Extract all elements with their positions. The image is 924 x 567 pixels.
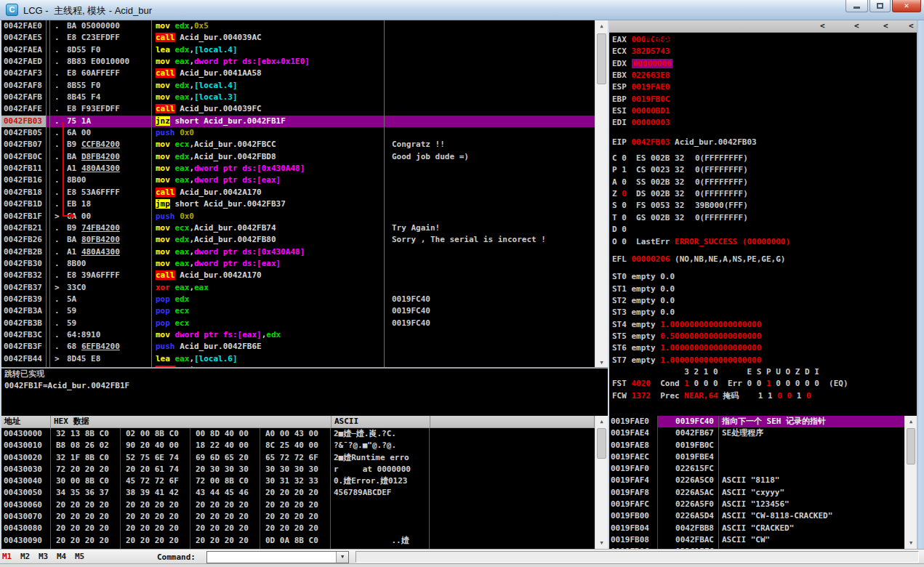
scrollbar-thumb[interactable]: [597, 33, 606, 84]
register-line[interactable]: ESP 0019FAE0: [609, 81, 917, 93]
register-line[interactable]: P 1 CS 0023 32位 0(FFFFFFFF): [609, 164, 917, 176]
stack-row[interactable]: 0019FAF80226A5ACASCII "cxyyy": [609, 487, 904, 499]
disasm-row[interactable]: 0042FB39.5Apop edx0019FC40: [1, 294, 595, 305]
register-line[interactable]: ST1 empty 0.0: [609, 284, 917, 295]
pane-nav-left-icon[interactable]: <: [909, 20, 914, 32]
register-line[interactable]: EIP 0042FB03 Acid_bur.0042FB03: [609, 137, 917, 148]
stack-row[interactable]: 0019FAFC0226A5F0ASCII "123456": [609, 499, 904, 510]
register-line[interactable]: EBX 022663E8: [609, 70, 917, 81]
disasm-row[interactable]: 0042FB3C.64:8910mov dword ptr fs:[eax],e…: [1, 329, 595, 341]
disasm-row[interactable]: 0042FB03.75 1Ajnz short Acid_bur.0042FB1…: [1, 116, 595, 127]
maximize-button[interactable]: [869, 0, 891, 12]
disasm-row[interactable]: 0042FAED.8B83 E0010000mov eax,dword ptr …: [1, 56, 595, 68]
register-line[interactable]: D 0: [609, 224, 917, 236]
hex-dump-pane[interactable]: 地址 HEX 数据 ASCII 0043000032 13 8B C002 00…: [1, 416, 595, 549]
disasm-row[interactable]: 0042FB3A.59pop ecx0019FC40: [1, 305, 595, 317]
dump-row[interactable]: 0043004030 00 8B C045 72 72 6F72 00 8B C…: [1, 475, 595, 487]
scroll-up-icon[interactable]: ▲: [595, 416, 608, 427]
tab-m5[interactable]: M5: [75, 552, 92, 561]
tab-m2[interactable]: M2: [20, 552, 38, 561]
register-line[interactable]: O 0 LastErr ERROR_SUCCESS (00000000): [609, 236, 917, 248]
chevron-down-icon[interactable]: ▼: [336, 552, 348, 563]
tab-m1[interactable]: M1: [2, 552, 20, 561]
disasm-row[interactable]: 0042FAF3.E8 60AFFEFFcall Acid_bur.0041AA…: [1, 68, 595, 79]
dump-row[interactable]: 0043002032 1F 8B C052 75 6E 7469 6D 65 2…: [1, 452, 595, 464]
register-line[interactable]: T 0 GS 002B 32位 0(FFFFFFFF): [609, 212, 917, 224]
register-line[interactable]: EDI 00000003: [609, 117, 917, 129]
stack-row[interactable]: 0019FB080042FBACASCII "CW": [609, 534, 904, 546]
scroll-down-icon[interactable]: ▼: [905, 537, 917, 549]
tab-m4[interactable]: M4: [57, 552, 74, 561]
pane-nav-left-icon[interactable]: <: [820, 20, 825, 32]
stack-row[interactable]: 0019FAEC0019FBE4: [609, 451, 904, 463]
register-line[interactable]: EFL 00000206 (NO,NB,NE,A,NS,PE,GE,G): [609, 254, 917, 265]
pane-nav-left-icon[interactable]: <: [883, 20, 888, 32]
stack-pane[interactable]: 0019FAE00019FC40指向下一个 SEH 记录的指针0019FAE40…: [609, 416, 904, 549]
register-line[interactable]: FST 4020 Cond 1 0 0 0 Err 0 0 1 0 0 0 0 …: [609, 378, 917, 390]
dump-row[interactable]: 0043008020 20 20 2020 20 20 2020 20 20 2…: [1, 523, 595, 534]
register-line[interactable]: ST0 empty 0.0: [609, 271, 917, 283]
disasm-row[interactable]: 0042FAF8.8B55 F0mov edx,[local.4]: [1, 80, 595, 92]
close-button[interactable]: ✕: [892, 0, 921, 12]
stack-row[interactable]: 0019FAE00019FC40指向下一个 SEH 记录的指针: [609, 416, 904, 427]
register-line[interactable]: ST4 empty 1.0000000000000000000: [609, 319, 917, 331]
title-bar[interactable]: C LCG - 主线程, 模块 - Acid_bur ✕: [0, 0, 924, 20]
disasm-row[interactable]: 0042FB21.B9 74FB4200mov ecx,Acid_bur.004…: [1, 222, 595, 234]
command-input[interactable]: [208, 552, 336, 562]
scroll-up-icon[interactable]: ▲: [595, 20, 608, 32]
disasm-row[interactable]: 0042FB16.8B00mov eax,dword ptr ds:[eax]: [1, 174, 595, 186]
register-line[interactable]: FCW 1372 Prec NEAR,64 掩码 1 1 0 0 1 0: [609, 390, 917, 402]
disasm-row[interactable]: 0042FAE0.BA 05000000mov edx,0x5: [1, 20, 595, 32]
disasm-row[interactable]: 0042FAE5.E8 C23EFDFFcall Acid_bur.004039…: [1, 32, 595, 44]
disasm-row[interactable]: 0042FB18.E8 53A6FFFFcall Acid_bur.0042A1…: [1, 187, 595, 198]
disasm-row[interactable]: 0042FB2B.A1 480A4300mov eax,dword ptr ds…: [1, 246, 595, 258]
register-line[interactable]: Z 0 DS 002B 32位 0(FFFFFFFF): [609, 188, 917, 200]
disasm-row[interactable]: 0042FB07.B9 CCFB4200mov ecx,Acid_bur.004…: [1, 139, 595, 150]
register-line[interactable]: S 0 FS 0053 32位 39B000(FFF): [609, 200, 917, 212]
stack-row[interactable]: 0019FAF0022615FC: [609, 463, 904, 475]
pane-nav-left-icon[interactable]: <: [854, 20, 859, 32]
dump-row[interactable]: 0043009020 20 20 2020 20 20 2020 20 20 2…: [1, 535, 595, 547]
disasm-row[interactable]: 0042FB11.A1 480A4300mov eax,dword ptr ds…: [1, 163, 595, 174]
disasm-row[interactable]: 0042FB44>8D45 E8lea eax,[local.6]: [1, 353, 595, 365]
register-line[interactable]: ECX 382D5743: [609, 46, 917, 57]
disasm-row[interactable]: 0042FAFE.E8 F93EFDFFcall Acid_bur.004039…: [1, 103, 595, 115]
dump-scrollbar[interactable]: ▲ ▼: [595, 416, 608, 549]
dump-row[interactable]: 0043003072 20 20 2020 20 61 7420 30 30 3…: [1, 464, 595, 475]
stack-row[interactable]: 0019FB040042FBB8ASCII "CRACKED": [609, 523, 904, 534]
disasm-row[interactable]: 0042FAFB.8B45 F4mov eax,[local.3]: [1, 92, 595, 103]
disasm-row[interactable]: 0042FB26.BA 80FB4200mov edx,Acid_bur.004…: [1, 234, 595, 246]
dump-row[interactable]: 0043007020 20 20 2020 20 20 2020 20 20 2…: [1, 511, 595, 523]
scrollbar-thumb[interactable]: [597, 428, 606, 459]
stack-scrollbar[interactable]: ▲ ▼: [904, 416, 917, 549]
register-line[interactable]: C 0 ES 002B 32位 0(FFFFFFFF): [609, 153, 917, 164]
disasm-row[interactable]: 0042FB30.8B00mov eax,dword ptr ds:[eax]: [1, 258, 595, 270]
disasm-row[interactable]: 0042FAEA.8D55 F0lea edx,[local.4]: [1, 44, 595, 56]
register-line[interactable]: ST7 empty 1.0000000000000000000: [609, 355, 917, 366]
disasm-row[interactable]: 0042FB3F.68 6EFB4200push Acid_bur.0042FB…: [1, 341, 595, 353]
register-line[interactable]: EDX 00000006: [609, 58, 917, 70]
register-line[interactable]: ST3 empty 0.0: [609, 307, 917, 318]
dump-row[interactable]: 0043005034 35 36 3738 39 41 4243 44 45 4…: [1, 487, 595, 499]
disassembly-pane[interactable]: 0042FAE0.BA 05000000mov edx,0x50042FAE5.…: [1, 20, 595, 369]
register-line[interactable]: EBP 0019FB0C: [609, 94, 917, 105]
registers-pane[interactable]: 寄存器 (FPU) < < < < EAX 00000009ECX 382D57…: [609, 20, 917, 416]
disasm-row[interactable]: 0042FB0C.BA D8FB4200mov edx,Acid_bur.004…: [1, 151, 595, 163]
scrollbar-thumb[interactable]: [907, 428, 915, 465]
register-line[interactable]: 3 2 1 0 E S P U O Z D I: [609, 366, 917, 378]
register-line[interactable]: ST5 empty 0.5000000000000000000: [609, 331, 917, 342]
stack-row[interactable]: 0019FAE40042FB67SE处理程序: [609, 427, 904, 439]
dump-row[interactable]: 0043006020 20 20 2020 20 20 2020 20 20 2…: [1, 499, 595, 511]
stack-row[interactable]: 0019FAF40226A5C0ASCII "8118": [609, 475, 904, 486]
command-combobox[interactable]: ▼: [206, 551, 349, 563]
register-line[interactable]: ST6 empty 1.0000000000000000000: [609, 342, 917, 354]
dump-row[interactable]: 00430010B8 08 26 0290 20 40 0018 22 40 0…: [1, 440, 595, 451]
tab-m3[interactable]: M3: [39, 552, 56, 561]
scroll-up-icon[interactable]: ▲: [905, 416, 917, 427]
disasm-row[interactable]: 0042FB1D.EB 18jmp short Acid_bur.0042FB3…: [1, 198, 595, 210]
register-line[interactable]: ST2 empty 0.0: [609, 295, 917, 307]
stack-row[interactable]: 0019FB000226A5D4ASCII "CW-8118-CRACKED": [609, 510, 904, 522]
disasm-row[interactable]: 0042FB32.E8 39A6FFFFcall Acid_bur.0042A1…: [1, 270, 595, 281]
minimize-button[interactable]: [845, 0, 868, 12]
stack-row[interactable]: 0019FAE80019FB0C: [609, 440, 904, 451]
